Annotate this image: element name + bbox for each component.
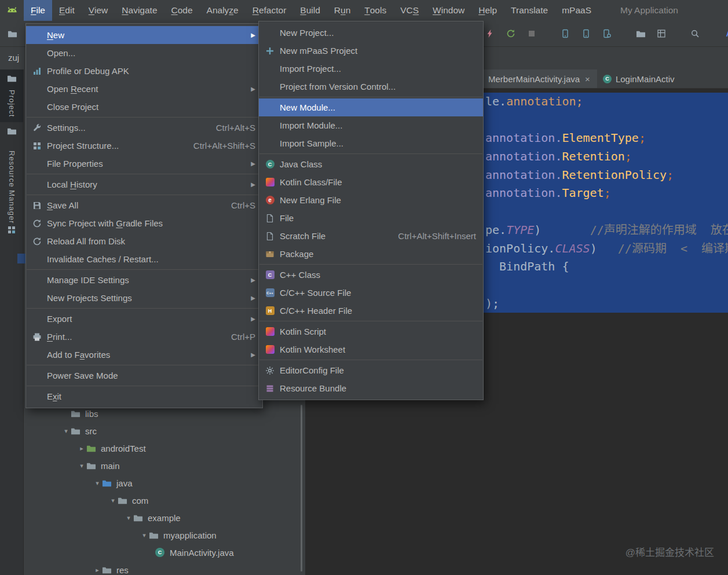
file-menu-item-settings[interactable]: Settings...Ctrl+Alt+S bbox=[26, 119, 262, 137]
tree-item-res[interactable]: ▸res bbox=[23, 561, 305, 575]
tree-item-java[interactable]: ▾java bbox=[23, 474, 305, 492]
new-menu-item-import-project[interactable]: Import Project... bbox=[259, 60, 483, 78]
tree-item-src[interactable]: ▾src bbox=[23, 422, 305, 440]
file-menu-item-sync-project-with-gradle-files[interactable]: Sync Project with Gradle Files bbox=[26, 214, 262, 232]
folder-icon bbox=[149, 530, 160, 540]
menubar-item-mpaas[interactable]: mPaaS bbox=[555, 0, 598, 21]
chevron-down-icon[interactable]: ▾ bbox=[108, 497, 118, 504]
menubar-item-run[interactable]: Run bbox=[327, 0, 357, 21]
menubar-item-navigate[interactable]: Navigate bbox=[115, 0, 164, 21]
chevron-right-icon[interactable]: ▸ bbox=[77, 445, 86, 452]
menubar-item-refactor[interactable]: Refactor bbox=[246, 0, 294, 21]
new-menu-item-c-c-source-file[interactable]: C++C/C++ Source File bbox=[259, 284, 483, 302]
new-menu-item-c-c-header-file[interactable]: HC/C++ Header File bbox=[259, 302, 483, 320]
file-menu-item-close-project[interactable]: Close Project bbox=[26, 98, 262, 116]
new-menu-item-kotlin-script[interactable]: Kotlin Script bbox=[259, 323, 483, 340]
packages-tool-button[interactable] bbox=[0, 122, 23, 142]
file-menu-item-open-recent[interactable]: Open Recent▶ bbox=[26, 80, 262, 98]
file-menu-item-export[interactable]: Export▶ bbox=[26, 310, 262, 328]
new-menu-item-import-module[interactable]: Import Module... bbox=[259, 116, 483, 134]
avd-manager-icon[interactable] bbox=[601, 28, 613, 39]
translate-icon[interactable]: A bbox=[723, 28, 728, 39]
file-menu-item-project-structure[interactable]: Project Structure...Ctrl+Alt+Shift+S bbox=[26, 137, 262, 155]
file-menu-item-new-projects-settings[interactable]: New Projects Settings▶ bbox=[26, 289, 262, 307]
chevron-down-icon[interactable]: ▾ bbox=[124, 514, 133, 522]
menubar-item-code[interactable]: Code bbox=[164, 0, 200, 21]
menubar-item-vcs[interactable]: VCS bbox=[393, 0, 426, 21]
menubar-item-edit[interactable]: Edit bbox=[52, 0, 82, 21]
window-title: My Application bbox=[620, 5, 678, 16]
file-menu-item-manage-ide-settings[interactable]: Manage IDE Settings▶ bbox=[26, 271, 262, 289]
menubar-item-translate[interactable]: Translate bbox=[504, 0, 555, 21]
project-tool-button[interactable]: Project bbox=[0, 69, 23, 122]
icon-placeholder bbox=[32, 30, 42, 41]
new-menu-item-new-module[interactable]: New Module... bbox=[259, 98, 483, 116]
file-menu-item-exit[interactable]: Exit bbox=[26, 387, 262, 405]
new-menu-item-project-from-version-control[interactable]: Project from Version Control... bbox=[259, 78, 483, 96]
project-structure-icon bbox=[32, 141, 42, 151]
open-icon[interactable] bbox=[6, 28, 18, 39]
breadcrumb-project[interactable]: zuj bbox=[8, 46, 19, 69]
tab-close-icon[interactable]: × bbox=[585, 74, 590, 84]
chevron-down-icon[interactable]: ▾ bbox=[61, 427, 71, 435]
file-menu-item-new[interactable]: New▶ bbox=[26, 26, 262, 44]
new-menu-item-package[interactable]: Package bbox=[259, 245, 483, 263]
file-menu-item-file-properties[interactable]: File Properties▶ bbox=[26, 155, 262, 173]
menubar-item-file[interactable]: File bbox=[24, 0, 52, 21]
new-menu-item-import-sample[interactable]: Import Sample... bbox=[259, 134, 483, 152]
new-menu-item-c-class[interactable]: CC++ Class bbox=[259, 266, 483, 284]
stop-icon[interactable] bbox=[526, 28, 537, 39]
tree-item-example[interactable]: ▾example bbox=[23, 509, 305, 526]
editor-tab-loginmainactiv[interactable]: CLoginMainActiv bbox=[597, 69, 682, 88]
new-menu-item-new-erlang-file[interactable]: eNew Erlang File bbox=[259, 191, 483, 209]
file-menu-item-profile-or-debug-apk[interactable]: Profile or Debug APK bbox=[26, 62, 262, 80]
chevron-down-icon[interactable]: ▾ bbox=[140, 532, 149, 539]
chevron-down-icon[interactable]: ▾ bbox=[77, 462, 86, 470]
file-menu-item-power-save-mode[interactable]: Power Save Mode bbox=[26, 367, 262, 384]
menubar-item-view[interactable]: View bbox=[82, 0, 115, 21]
menubar-item-build[interactable]: Build bbox=[293, 0, 327, 21]
tree-item-mainactivity-java[interactable]: CMainActivity.java bbox=[23, 544, 305, 561]
tree-item-androidtest[interactable]: ▸androidTest bbox=[23, 440, 305, 457]
icon-placeholder bbox=[32, 254, 42, 265]
new-menu-item-resource-bundle[interactable]: Resource Bundle bbox=[259, 379, 483, 397]
project-tree-scrollbar[interactable] bbox=[301, 405, 302, 572]
device-icon[interactable] bbox=[580, 28, 592, 39]
new-menu-item-java-class[interactable]: CJava Class bbox=[259, 155, 483, 173]
icon-placeholder bbox=[32, 48, 42, 58]
menu-separator bbox=[27, 365, 262, 365]
new-menu-item-new-project[interactable]: New Project... bbox=[259, 24, 483, 42]
device-file-explorer-icon[interactable] bbox=[635, 28, 646, 39]
profiler-icon[interactable] bbox=[559, 28, 571, 39]
file-menu-item-invalidate-caches-restart[interactable]: Invalidate Caches / Restart... bbox=[26, 250, 262, 268]
menu-separator bbox=[259, 153, 482, 154]
search-everywhere-icon[interactable] bbox=[689, 28, 701, 39]
submenu-arrow-icon: ▶ bbox=[251, 316, 255, 322]
chevron-down-icon[interactable]: ▾ bbox=[93, 479, 102, 487]
file-menu-item-open[interactable]: Open... bbox=[26, 44, 262, 62]
tree-item-myapplication[interactable]: ▾myapplication bbox=[23, 526, 305, 544]
menubar-item-window[interactable]: Window bbox=[426, 0, 471, 21]
new-menu-item-kotlin-class-file[interactable]: Kotlin Class/File bbox=[259, 173, 483, 191]
menubar-item-analyze[interactable]: Analyze bbox=[200, 0, 246, 21]
file-menu-item-local-history[interactable]: Local History▶ bbox=[26, 175, 262, 193]
layout-inspector-icon[interactable] bbox=[656, 28, 667, 39]
apply-changes-icon[interactable] bbox=[484, 28, 496, 39]
tree-item-com[interactable]: ▾com bbox=[23, 492, 305, 509]
new-menu-item-file[interactable]: File bbox=[259, 209, 483, 227]
file-menu-item-save-all[interactable]: Save AllCtrl+S bbox=[26, 196, 262, 214]
file-menu-item-add-to-favorites[interactable]: Add to Favorites▶ bbox=[26, 346, 262, 364]
editor-tab-merbermainactivity-java[interactable]: MerberMainActivity.java× bbox=[482, 69, 597, 88]
menubar-item-tools[interactable]: Tools bbox=[357, 0, 393, 21]
apply-code-changes-icon[interactable] bbox=[505, 28, 517, 39]
file-menu-item-reload-all-from-disk[interactable]: Reload All from Disk bbox=[26, 232, 262, 250]
new-menu-item-editorconfig-file[interactable]: EditorConfig File bbox=[259, 361, 483, 379]
menubar-item-help[interactable]: Help bbox=[471, 0, 504, 21]
tree-item-main[interactable]: ▾main bbox=[23, 457, 305, 474]
new-menu-item-new-mpaas-project[interactable]: New mPaaS Project bbox=[259, 42, 483, 60]
resource-manager-tool-button[interactable]: Resource Manager bbox=[0, 142, 23, 241]
new-menu-item-scratch-file[interactable]: Scratch FileCtrl+Alt+Shift+Insert bbox=[259, 227, 483, 245]
new-menu-item-kotlin-worksheet[interactable]: Kotlin Worksheet bbox=[259, 340, 483, 358]
chevron-right-icon[interactable]: ▸ bbox=[93, 566, 102, 574]
file-menu-item-print[interactable]: Print...Ctrl+P bbox=[26, 328, 262, 346]
